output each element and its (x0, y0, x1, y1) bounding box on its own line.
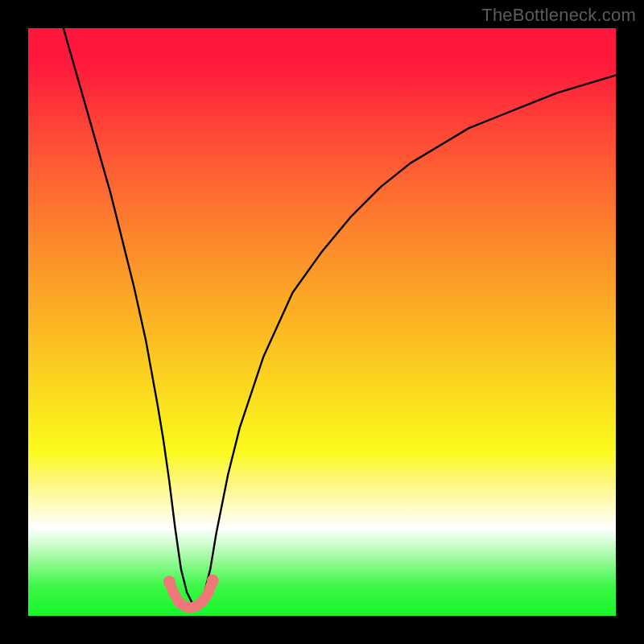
svg-point-0 (163, 576, 175, 588)
svg-point-1 (207, 575, 219, 587)
highlight-tip (163, 575, 219, 608)
plot-area (28, 28, 616, 616)
bottleneck-curve (64, 28, 616, 604)
chart-svg (28, 28, 616, 616)
chart-container: TheBottleneck.com (0, 0, 644, 644)
attribution-label: TheBottleneck.com (481, 5, 636, 26)
